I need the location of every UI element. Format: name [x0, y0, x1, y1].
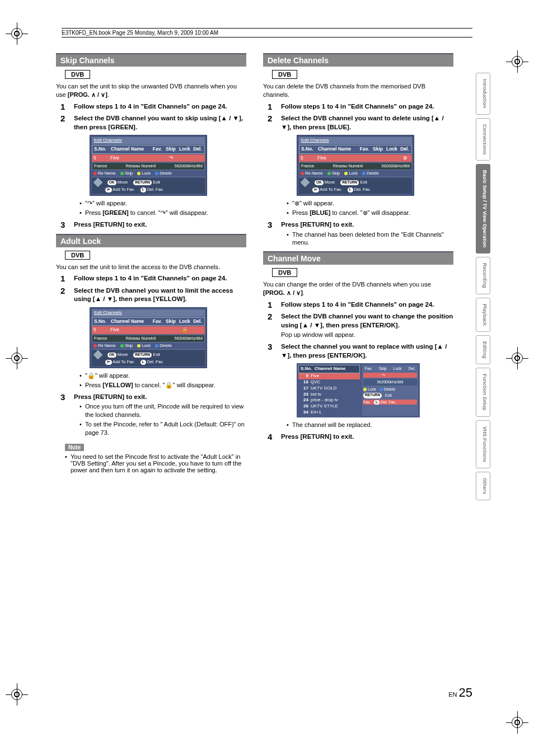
skip-icon: ↷	[166, 155, 176, 161]
step-2: Select the DVB channel you want to skip …	[66, 114, 246, 217]
osd-edit-channels-delete: Edit Channels S.No. Channel Name Fav. Sk…	[297, 135, 414, 196]
intro-text: You can set the unit to limit the access…	[56, 263, 246, 271]
step-3: Press [RETURN] to exit. The channel has …	[273, 220, 453, 247]
step-2: Select the DVB channel you want to delet…	[273, 114, 453, 217]
step-1: Follow steps 1 to 4 in "Edit Channels" o…	[273, 300, 453, 309]
registration-mark	[6, 347, 28, 369]
list-item: 16QVC	[298, 379, 360, 386]
left-column: Skip Channels DVB You can set the unit t…	[56, 49, 246, 475]
delete-icon: ⊗	[400, 155, 410, 161]
bullet: Press [BLUE] to cancel. "⊗" will disappe…	[287, 209, 453, 217]
step-2: Select the DVB channel you want to chang…	[273, 312, 453, 339]
osd-info-band: France Réseau Numéril 562000kHz/8M	[92, 162, 205, 170]
osd-legend: Re Name Skip Lock Delete	[92, 170, 205, 177]
tab-playback[interactable]: Playback	[476, 298, 490, 332]
bullet: Press [GREEN] to cancel. "↷" will disapp…	[79, 209, 246, 217]
step-1: Follow steps 1 to 4 in "Edit Channels" o…	[273, 102, 453, 111]
bullet: "🔒" will appear.	[79, 372, 246, 380]
dvb-badge: DVB	[65, 70, 90, 79]
step-2: Select the DVB channel you want to limit…	[66, 287, 246, 389]
list-item: 23bid tv	[298, 392, 360, 398]
tab-vhs-functions[interactable]: VHS Functions	[476, 420, 490, 468]
list-item: 17UKTV GOLD	[298, 386, 360, 392]
list-item: 5Five	[298, 373, 360, 379]
step-1: Follow steps 1 to 4 in "Edit Channels" o…	[66, 274, 246, 283]
osd-edit-channels-skip: Edit Channels S.No. Channel Name Fav. Sk…	[90, 135, 207, 196]
intro-text: You can delete the DVB channels from the…	[263, 82, 453, 99]
note-text: You need to set the Pincode first to act…	[65, 453, 246, 473]
osd-edit-channels-lock: Edit Channels S.No. Channel Name Fav. Sk…	[90, 307, 207, 368]
registration-mark	[506, 711, 528, 734]
step-4: Press [RETURN] to exit.	[273, 433, 453, 442]
registration-mark	[506, 50, 528, 73]
dvb-badge: DVB	[272, 268, 297, 277]
intro-text: You can change the order of the DVB chan…	[263, 280, 453, 297]
registration-mark	[6, 22, 28, 45]
step-3: Select the channel you want to replace w…	[273, 342, 453, 429]
note-label: Note	[65, 444, 84, 451]
bullet: "⊗" will appear.	[287, 199, 453, 208]
tab-connections[interactable]: Connections	[476, 118, 490, 161]
bullet: "↷" will appear.	[79, 199, 246, 208]
osd-row-selected: 5 Five ↷	[92, 154, 205, 162]
bullet: The channel has been deleted from the "E…	[287, 231, 453, 247]
tab-introduction[interactable]: Introduction	[476, 73, 490, 115]
bullet: Once you turn off the unit, Pincode will…	[79, 402, 246, 419]
dvb-badge: DVB	[272, 70, 297, 79]
lock-icon: 🔒	[180, 327, 190, 333]
nav-icon	[94, 179, 102, 186]
bullet: Press [YELLOW] to cancel. "🔒" will disap…	[79, 381, 246, 389]
list-item: 24price - drop tv	[298, 397, 360, 403]
bullet: The channel will be replaced.	[287, 421, 453, 429]
bullet: To set the Pincode, refer to " Adult Loc…	[79, 420, 246, 437]
tab-function-setup[interactable]: Function Setup	[476, 368, 490, 417]
page: E3TK0FD_EN.book Page 25 Monday, March 9,…	[0, 0, 534, 756]
tab-editing[interactable]: Editing	[476, 335, 490, 365]
osd-channel-move: S.No. Channel Name 5Five 16QVC 17UKTV GO…	[297, 363, 420, 417]
page-number: EN 25	[448, 685, 472, 700]
step-3: Press [RETURN] to exit. Once you turn of…	[66, 393, 246, 437]
section-delete-channels: Delete Channels	[263, 53, 453, 67]
step-1: Follow steps 1 to 4 in "Edit Channels" o…	[66, 102, 246, 111]
registration-mark	[506, 347, 528, 369]
registration-mark	[6, 683, 28, 706]
section-skip-channels: Skip Channels	[56, 53, 246, 67]
tab-recording[interactable]: Recording	[476, 257, 490, 294]
tab-basic-setup[interactable]: Basic Setup / TV View Operation	[476, 164, 490, 253]
dvb-badge: DVB	[65, 251, 90, 260]
osd-controls: OK Move RETURN Exit i+ Add To Fav. i- De…	[92, 177, 205, 194]
osd-title: Edit Channels	[92, 137, 205, 144]
list-item: 34E4+1	[298, 410, 360, 416]
section-channel-move: Channel Move	[263, 251, 453, 265]
section-adult-lock: Adult Lock	[56, 234, 246, 247]
step-3: Press [RETURN] to exit.	[66, 220, 246, 229]
right-column: Delete Channels DVB You can delete the D…	[263, 49, 453, 475]
osd-header-row: S.No. Channel Name Fav. Skip Lock Del.	[92, 145, 205, 153]
tab-others[interactable]: Others	[476, 472, 490, 500]
osd-move-panel: Fav. Skip Lock Del. ↷ 562000kHz/8M Lock	[362, 365, 418, 415]
intro-text: You can set the unit to skip the unwante…	[56, 82, 246, 99]
list-item: 26UKTV STYLE	[298, 403, 360, 410]
section-tabs: Introduction Connections Basic Setup / T…	[476, 73, 490, 500]
book-header: E3TK0FD_EN.book Page 25 Monday, March 9,…	[62, 28, 472, 37]
